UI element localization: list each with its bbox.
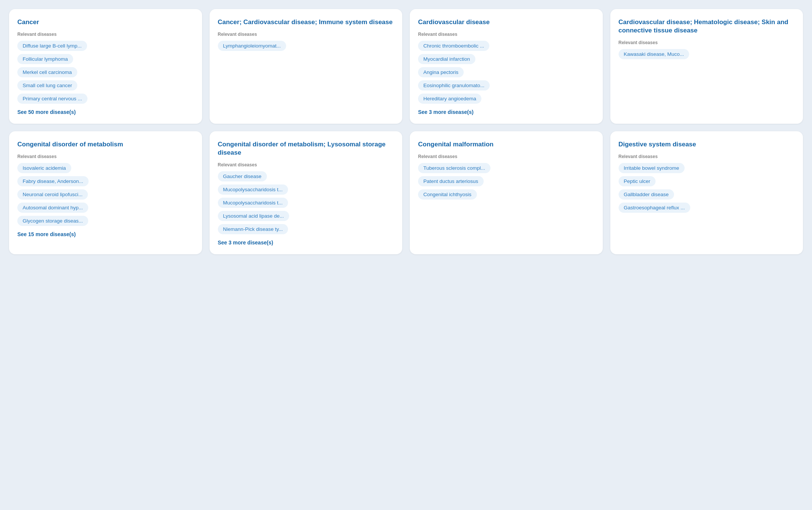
cards-grid: CancerRelevant diseasesDiffuse large B-c…: [9, 9, 803, 254]
see-more-congenital-lysosomal[interactable]: See 3 more disease(s): [218, 240, 273, 246]
tags-congenital-metabolism: Isovaleric acidemiaFabry disease, Anders…: [17, 163, 194, 226]
tags-cardiovascular: Chronic thromboembolic ...Myocardial inf…: [418, 41, 594, 104]
disease-tag[interactable]: Irritable bowel syndrome: [619, 163, 685, 173]
card-title-digestive: Digestive system disease: [619, 140, 795, 149]
card-title-cancer: Cancer: [17, 18, 194, 26]
disease-tag[interactable]: Patent ductus arteriosus: [418, 176, 484, 186]
disease-tag[interactable]: Gastroesophageal reflux ...: [619, 203, 690, 213]
disease-tag[interactable]: Mucopolysaccharidosis t...: [218, 198, 288, 208]
card-congenital-lysosomal: Congenital disorder of metabolism; Lysos…: [210, 131, 403, 254]
disease-tag[interactable]: Myocardial infarction: [418, 54, 475, 64]
disease-tag[interactable]: Niemann-Pick disease ty...: [218, 224, 288, 234]
tags-congenital-malformation: Tuberous sclerosis compl...Patent ductus…: [418, 163, 594, 200]
tags-cancer: Diffuse large B-cell lymp...Follicular l…: [17, 41, 194, 104]
relevant-label-congenital-malformation: Relevant diseases: [418, 154, 594, 159]
disease-tag[interactable]: Small cell lung cancer: [17, 80, 77, 91]
card-congenital-malformation: Congenital malformationRelevant diseases…: [410, 131, 603, 254]
card-title-congenital-malformation: Congenital malformation: [418, 140, 594, 149]
disease-tag[interactable]: Congenital ichthyosis: [418, 189, 477, 200]
card-congenital-metabolism: Congenital disorder of metabolismRelevan…: [9, 131, 202, 254]
disease-tag[interactable]: Gallbladder disease: [619, 189, 674, 200]
disease-tag[interactable]: Hereditary angioedema: [418, 94, 481, 104]
relevant-label-cardio-hemato-skin: Relevant diseases: [619, 40, 795, 45]
relevant-label-digestive: Relevant diseases: [619, 154, 795, 159]
relevant-label-congenital-lysosomal: Relevant diseases: [218, 162, 394, 167]
disease-tag[interactable]: Tuberous sclerosis compl...: [418, 163, 490, 173]
see-more-congenital-metabolism[interactable]: See 15 more disease(s): [17, 231, 76, 237]
disease-tag[interactable]: Gaucher disease: [218, 171, 267, 181]
relevant-label-cancer: Relevant diseases: [17, 32, 194, 37]
disease-tag[interactable]: Lymphangioleiomyomat...: [218, 41, 286, 51]
disease-tag[interactable]: Follicular lymphoma: [17, 54, 73, 64]
disease-tag[interactable]: Eosinophilic granulomato...: [418, 80, 490, 91]
card-title-cardiovascular: Cardiovascular disease: [418, 18, 594, 26]
disease-tag[interactable]: Fabry disease, Anderson...: [17, 176, 89, 186]
relevant-label-cancer-cardio-immune: Relevant diseases: [218, 32, 394, 37]
card-cancer-cardio-immune: Cancer; Cardiovascular disease; Immune s…: [210, 9, 403, 124]
disease-tag[interactable]: Chronic thromboembolic ...: [418, 41, 489, 51]
disease-tag[interactable]: Lysosomal acid lipase de...: [218, 211, 290, 221]
card-cardio-hemato-skin: Cardiovascular disease; Hematologic dise…: [610, 9, 803, 124]
card-digestive: Digestive system diseaseRelevant disease…: [610, 131, 803, 254]
disease-tag[interactable]: Merkel cell carcinoma: [17, 67, 77, 77]
card-title-cancer-cardio-immune: Cancer; Cardiovascular disease; Immune s…: [218, 18, 394, 26]
tags-cardio-hemato-skin: Kawasaki disease, Muco...: [619, 49, 795, 59]
disease-tag[interactable]: Autosomal dominant hyp...: [17, 203, 88, 213]
disease-tag[interactable]: Glycogen storage diseas...: [17, 216, 88, 226]
disease-tag[interactable]: Primary central nervous ...: [17, 94, 87, 104]
disease-tag[interactable]: Diffuse large B-cell lymp...: [17, 41, 87, 51]
tags-congenital-lysosomal: Gaucher diseaseMucopolysaccharidosis t..…: [218, 171, 394, 234]
see-more-cancer[interactable]: See 50 more disease(s): [17, 109, 76, 115]
relevant-label-congenital-metabolism: Relevant diseases: [17, 154, 194, 159]
card-title-cardio-hemato-skin: Cardiovascular disease; Hematologic dise…: [619, 18, 795, 35]
card-title-congenital-metabolism: Congenital disorder of metabolism: [17, 140, 194, 149]
see-more-cardiovascular[interactable]: See 3 more disease(s): [418, 109, 473, 115]
disease-tag[interactable]: Kawasaki disease, Muco...: [619, 49, 689, 59]
relevant-label-cardiovascular: Relevant diseases: [418, 32, 594, 37]
disease-tag[interactable]: Neuronal ceroid lipofusci...: [17, 189, 88, 200]
card-cardiovascular: Cardiovascular diseaseRelevant diseasesC…: [410, 9, 603, 124]
tags-digestive: Irritable bowel syndromePeptic ulcerGall…: [619, 163, 795, 213]
disease-tag[interactable]: Mucopolysaccharidosis t...: [218, 184, 288, 195]
disease-tag[interactable]: Isovaleric acidemia: [17, 163, 71, 173]
disease-tag[interactable]: Angina pectoris: [418, 67, 464, 77]
card-cancer: CancerRelevant diseasesDiffuse large B-c…: [9, 9, 202, 124]
disease-tag[interactable]: Peptic ulcer: [619, 176, 656, 186]
card-title-congenital-lysosomal: Congenital disorder of metabolism; Lysos…: [218, 140, 394, 157]
tags-cancer-cardio-immune: Lymphangioleiomyomat...: [218, 41, 394, 51]
